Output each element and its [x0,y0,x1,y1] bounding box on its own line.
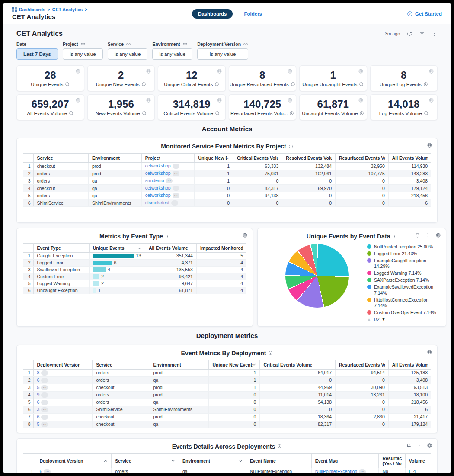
globe-icon[interactable] [242,232,248,238]
tab-dashboards[interactable]: Dashboards [192,9,233,19]
ellipsis-badge[interactable]: ··· [166,178,173,183]
column-header[interactable]: All Events Volume [388,154,431,163]
cell-link[interactable]: ctsmoketest [145,200,169,205]
info-icon[interactable] [424,111,428,116]
column-header[interactable]: All Events Volume [388,360,431,369]
globe-icon[interactable] [358,97,364,103]
column-header[interactable]: Volume [405,453,431,468]
column-header[interactable]: Unique New Events [209,360,260,369]
cell-link[interactable]: 6 [37,377,40,383]
cell-link[interactable]: 5 [37,421,40,427]
column-header[interactable]: Event Name [246,453,311,468]
globe-icon[interactable] [287,68,293,74]
cell-link[interactable]: cetworkshop [145,170,171,176]
info-icon[interactable] [289,111,294,116]
kebab-menu-icon[interactable] [425,232,431,238]
globe-icon[interactable] [428,97,434,103]
globe-icon[interactable] [217,68,222,74]
legend-item[interactable]: SAXParseException 7.14% [367,277,440,283]
bell-icon[interactable] [406,443,412,448]
column-header[interactable]: Deployment Version [33,360,93,369]
ellipsis-badge[interactable]: ··· [41,378,48,383]
info-icon[interactable] [392,234,397,239]
filter-value-button[interactable]: is any value [63,48,103,60]
kebab-menu-icon[interactable] [416,443,422,448]
breadcrumb-cet-analytics[interactable]: CET Analytics [52,7,83,12]
info-icon[interactable] [359,82,364,87]
legend-item[interactable]: Custom OverOps Event 7.14% [367,310,440,315]
globe-icon[interactable] [146,68,151,74]
get-started-button[interactable]: ? Get Started [407,11,442,17]
refresh-icon[interactable] [406,31,412,37]
ellipsis-badge[interactable]: ··· [171,200,178,206]
column-header[interactable]: Environment [150,360,209,369]
column-header[interactable]: Resurfaced(Yes / No) [379,453,405,468]
globe-icon[interactable] [427,443,432,448]
cell-link[interactable]: 3 [37,407,40,412]
legend-item[interactable]: NullPointerException 25.00% [367,244,440,250]
globe-icon[interactable] [427,349,432,355]
cell-link[interactable]: 5 [37,385,40,390]
legend-item[interactable]: HttpHostConnectException 7.14% [367,297,440,309]
info-icon[interactable] [141,82,146,87]
info-icon[interactable] [423,82,428,87]
column-header[interactable]: Critical Events Volume [260,360,336,369]
ellipsis-badge[interactable]: ··· [41,400,48,405]
column-header[interactable]: Environment [179,453,246,468]
globe-icon[interactable] [146,97,151,103]
legend-item[interactable]: Logged Error 21.43% [367,251,440,257]
cell-link[interactable]: 6 [37,414,40,419]
ellipsis-badge[interactable]: ··· [41,415,48,420]
column-header[interactable]: Unique Events [89,244,145,253]
cell-link[interactable]: 6 [40,469,42,473]
cell-link[interactable]: 6 [37,399,40,405]
ellipsis-badge[interactable]: ··· [173,193,179,198]
breadcrumb-dashboards[interactable]: Dashboards [19,7,45,12]
bell-icon[interactable] [415,232,420,238]
column-header[interactable]: Critical Events Volume [233,154,282,163]
column-header[interactable]: Service [93,360,150,369]
ellipsis-badge[interactable]: ··· [41,422,48,427]
tab-folders[interactable]: Folders [244,11,262,16]
filter-value-button[interactable]: is any value [108,48,148,60]
cell-link[interactable]: cetworkshop [145,163,171,168]
column-header[interactable]: Resolved Events Volume [282,154,336,163]
ellipsis-badge[interactable]: ··· [173,186,179,191]
filter-icon[interactable] [419,31,425,37]
ellipsis-badge[interactable]: ··· [41,370,48,376]
column-header[interactable]: Deployment Version [36,453,112,468]
cell-link[interactable]: 8 [37,370,40,375]
globe-icon[interactable] [287,97,293,103]
column-header[interactable]: Environment [88,154,141,163]
info-icon[interactable] [359,111,364,116]
ellipsis-badge[interactable]: ··· [41,385,48,390]
info-icon[interactable] [69,111,74,116]
filter-value-button[interactable]: Last 7 Days [16,48,58,60]
ellipsis-badge[interactable]: ··· [44,469,51,473]
cell-link[interactable]: 9 [37,392,40,397]
info-icon[interactable] [65,82,70,87]
ellipsis-badge[interactable]: ··· [41,407,48,412]
cell-link[interactable]: srmdemo [145,178,164,183]
column-header[interactable]: Event Msg [311,453,379,468]
cell-link[interactable]: cetworkshop [145,193,171,198]
legend-item[interactable]: Logged Warning 7.14% [367,270,440,276]
info-icon[interactable] [215,111,220,116]
info-icon[interactable] [277,444,282,449]
legend-item[interactable]: ExampleSwallowedException 7.14% [367,284,440,296]
ellipsis-badge[interactable]: ··· [173,164,179,169]
column-header[interactable]: Service [33,154,88,163]
column-header[interactable]: All Events Volume [145,244,197,253]
filter-value-button[interactable]: is any value [197,48,248,60]
info-icon[interactable] [268,351,273,355]
globe-icon[interactable] [427,142,432,148]
globe-icon[interactable] [435,232,441,238]
column-header[interactable]: Service [112,453,179,468]
globe-icon[interactable] [428,68,434,74]
legend-page-down-icon[interactable]: ▼ [382,317,386,322]
globe-icon[interactable] [75,97,81,103]
legend-item[interactable]: ExampleCaughtException 14.29% [367,258,440,270]
info-icon[interactable] [165,234,170,239]
ellipsis-badge[interactable]: ··· [41,392,48,398]
info-icon[interactable] [214,82,219,87]
